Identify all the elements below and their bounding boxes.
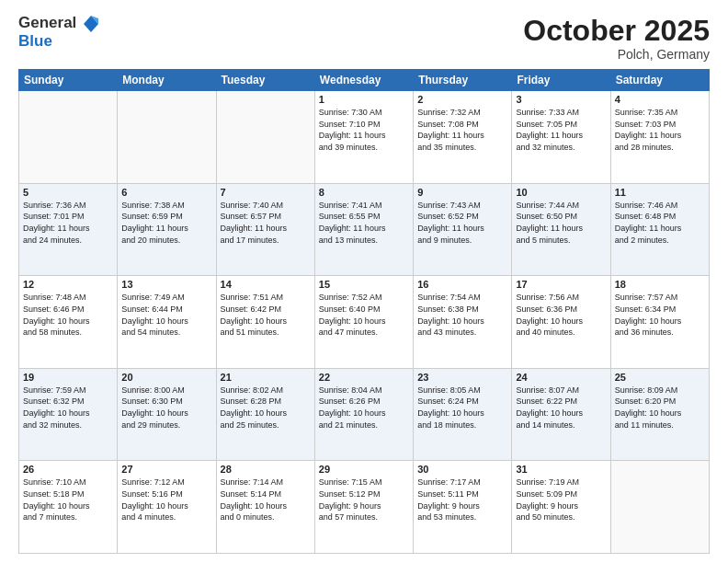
day-number: 9 (417, 187, 507, 198)
calendar-cell: 7Sunrise: 7:40 AM Sunset: 6:57 PM Daylig… (216, 183, 314, 276)
calendar-cell (19, 91, 118, 184)
calendar-cell: 11Sunrise: 7:46 AM Sunset: 6:48 PM Dayli… (610, 183, 709, 276)
day-number: 10 (516, 187, 606, 198)
calendar-cell (118, 91, 216, 184)
header-wednesday: Wednesday (314, 70, 413, 91)
calendar-cell: 6Sunrise: 7:38 AM Sunset: 6:59 PM Daylig… (118, 183, 216, 276)
day-number: 18 (615, 279, 705, 290)
calendar-cell: 3Sunrise: 7:33 AM Sunset: 7:05 PM Daylig… (512, 91, 610, 184)
day-number: 19 (23, 372, 113, 383)
calendar-cell: 8Sunrise: 7:41 AM Sunset: 6:55 PM Daylig… (314, 183, 413, 276)
day-number: 3 (516, 94, 606, 105)
calendar-week-row: 26Sunrise: 7:10 AM Sunset: 5:18 PM Dayli… (19, 461, 710, 554)
calendar-header-row: Sunday Monday Tuesday Wednesday Thursday… (19, 70, 710, 91)
day-info: Sunrise: 7:48 AM Sunset: 6:46 PM Dayligh… (23, 292, 113, 338)
calendar-cell: 23Sunrise: 8:05 AM Sunset: 6:24 PM Dayli… (414, 368, 512, 461)
day-info: Sunrise: 7:54 AM Sunset: 6:38 PM Dayligh… (417, 292, 507, 338)
header-friday: Friday (512, 70, 610, 91)
day-number: 21 (221, 372, 311, 383)
calendar-cell: 29Sunrise: 7:15 AM Sunset: 5:12 PM Dayli… (314, 461, 413, 554)
calendar-cell: 19Sunrise: 7:59 AM Sunset: 6:32 PM Dayli… (19, 368, 118, 461)
calendar-cell: 31Sunrise: 7:19 AM Sunset: 5:09 PM Dayli… (512, 461, 610, 554)
day-info: Sunrise: 7:49 AM Sunset: 6:44 PM Dayligh… (121, 292, 211, 338)
header-thursday: Thursday (414, 70, 512, 91)
calendar-week-row: 5Sunrise: 7:36 AM Sunset: 7:01 PM Daylig… (19, 183, 710, 276)
day-info: Sunrise: 7:59 AM Sunset: 6:32 PM Dayligh… (23, 385, 113, 431)
day-number: 30 (417, 464, 507, 475)
day-info: Sunrise: 7:52 AM Sunset: 6:40 PM Dayligh… (319, 292, 409, 338)
day-info: Sunrise: 7:12 AM Sunset: 5:16 PM Dayligh… (121, 477, 211, 523)
calendar-cell: 2Sunrise: 7:32 AM Sunset: 7:08 PM Daylig… (414, 91, 512, 184)
calendar-week-row: 12Sunrise: 7:48 AM Sunset: 6:46 PM Dayli… (19, 276, 710, 369)
day-number: 28 (221, 464, 311, 475)
logo-blue: Blue (18, 33, 99, 51)
day-number: 5 (23, 187, 113, 198)
logo: General Blue (18, 15, 99, 51)
day-number: 27 (121, 464, 211, 475)
calendar-cell: 14Sunrise: 7:51 AM Sunset: 6:42 PM Dayli… (216, 276, 314, 369)
day-info: Sunrise: 7:41 AM Sunset: 6:55 PM Dayligh… (319, 200, 409, 246)
header-saturday: Saturday (610, 70, 709, 91)
day-number: 4 (615, 94, 705, 105)
day-info: Sunrise: 7:35 AM Sunset: 7:03 PM Dayligh… (615, 107, 705, 153)
day-info: Sunrise: 7:15 AM Sunset: 5:12 PM Dayligh… (319, 477, 409, 523)
day-info: Sunrise: 8:07 AM Sunset: 6:22 PM Dayligh… (516, 385, 606, 431)
calendar-cell (216, 91, 314, 184)
day-info: Sunrise: 7:40 AM Sunset: 6:57 PM Dayligh… (221, 200, 311, 246)
header-sunday: Sunday (19, 70, 118, 91)
day-number: 16 (417, 279, 507, 290)
day-number: 1 (319, 94, 409, 105)
calendar-cell: 30Sunrise: 7:17 AM Sunset: 5:11 PM Dayli… (414, 461, 512, 554)
calendar-cell: 21Sunrise: 8:02 AM Sunset: 6:28 PM Dayli… (216, 368, 314, 461)
day-number: 24 (516, 372, 606, 383)
calendar-cell: 9Sunrise: 7:43 AM Sunset: 6:52 PM Daylig… (414, 183, 512, 276)
day-number: 25 (615, 372, 705, 383)
day-number: 12 (23, 279, 113, 290)
header-tuesday: Tuesday (216, 70, 314, 91)
calendar-week-row: 19Sunrise: 7:59 AM Sunset: 6:32 PM Dayli… (19, 368, 710, 461)
calendar-cell: 24Sunrise: 8:07 AM Sunset: 6:22 PM Dayli… (512, 368, 610, 461)
calendar-cell: 20Sunrise: 8:00 AM Sunset: 6:30 PM Dayli… (118, 368, 216, 461)
day-number: 13 (121, 279, 211, 290)
logo-general: General (18, 15, 99, 33)
day-info: Sunrise: 7:43 AM Sunset: 6:52 PM Dayligh… (417, 200, 507, 246)
day-info: Sunrise: 7:10 AM Sunset: 5:18 PM Dayligh… (23, 477, 113, 523)
day-number: 7 (221, 187, 311, 198)
calendar-week-row: 1Sunrise: 7:30 AM Sunset: 7:10 PM Daylig… (19, 91, 710, 184)
calendar-cell: 1Sunrise: 7:30 AM Sunset: 7:10 PM Daylig… (314, 91, 413, 184)
calendar-cell: 26Sunrise: 7:10 AM Sunset: 5:18 PM Dayli… (19, 461, 118, 554)
day-number: 29 (319, 464, 409, 475)
calendar-cell: 18Sunrise: 7:57 AM Sunset: 6:34 PM Dayli… (610, 276, 709, 369)
day-info: Sunrise: 7:33 AM Sunset: 7:05 PM Dayligh… (516, 107, 606, 153)
calendar-cell: 5Sunrise: 7:36 AM Sunset: 7:01 PM Daylig… (19, 183, 118, 276)
header-monday: Monday (118, 70, 216, 91)
day-info: Sunrise: 7:46 AM Sunset: 6:48 PM Dayligh… (615, 200, 705, 246)
calendar-cell: 17Sunrise: 7:56 AM Sunset: 6:36 PM Dayli… (512, 276, 610, 369)
month-title: October 2025 (523, 15, 710, 47)
day-info: Sunrise: 7:44 AM Sunset: 6:50 PM Dayligh… (516, 200, 606, 246)
day-number: 14 (221, 279, 311, 290)
day-info: Sunrise: 7:32 AM Sunset: 7:08 PM Dayligh… (417, 107, 507, 153)
day-info: Sunrise: 7:36 AM Sunset: 7:01 PM Dayligh… (23, 200, 113, 246)
day-number: 8 (319, 187, 409, 198)
day-info: Sunrise: 7:14 AM Sunset: 5:14 PM Dayligh… (221, 477, 311, 523)
calendar-cell: 13Sunrise: 7:49 AM Sunset: 6:44 PM Dayli… (118, 276, 216, 369)
day-info: Sunrise: 8:05 AM Sunset: 6:24 PM Dayligh… (417, 385, 507, 431)
day-number: 31 (516, 464, 606, 475)
calendar-cell (610, 461, 709, 554)
calendar-cell: 22Sunrise: 8:04 AM Sunset: 6:26 PM Dayli… (314, 368, 413, 461)
day-info: Sunrise: 7:19 AM Sunset: 5:09 PM Dayligh… (516, 477, 606, 523)
day-info: Sunrise: 7:17 AM Sunset: 5:11 PM Dayligh… (417, 477, 507, 523)
day-number: 26 (23, 464, 113, 475)
day-info: Sunrise: 8:04 AM Sunset: 6:26 PM Dayligh… (319, 385, 409, 431)
day-number: 2 (417, 94, 507, 105)
logo-icon (83, 15, 99, 33)
calendar-cell: 25Sunrise: 8:09 AM Sunset: 6:20 PM Dayli… (610, 368, 709, 461)
logo-text: General Blue (18, 15, 99, 51)
location-title: Polch, Germany (523, 47, 710, 62)
day-number: 22 (319, 372, 409, 383)
day-info: Sunrise: 7:51 AM Sunset: 6:42 PM Dayligh… (221, 292, 311, 338)
day-number: 20 (121, 372, 211, 383)
day-info: Sunrise: 7:30 AM Sunset: 7:10 PM Dayligh… (319, 107, 409, 153)
calendar-cell: 15Sunrise: 7:52 AM Sunset: 6:40 PM Dayli… (314, 276, 413, 369)
